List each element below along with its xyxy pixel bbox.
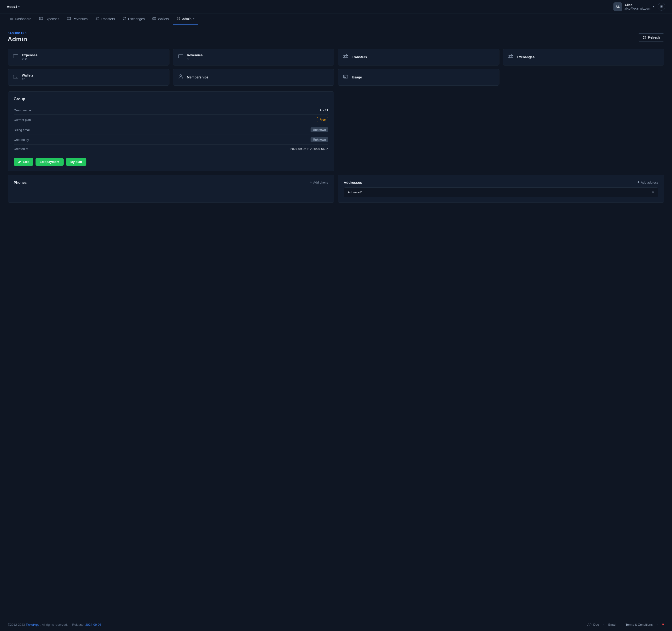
phones-addresses-grid: Phones + Add phone Addresses + Add addre… (8, 175, 664, 203)
svg-rect-15 (13, 75, 18, 78)
nav-item-dashboard[interactable]: ⊞ Dashboard (7, 14, 35, 25)
footer-brand[interactable]: TicketApp (26, 623, 39, 627)
footer-email[interactable]: Email (608, 623, 616, 627)
created-by-badge: Unknown (311, 137, 328, 142)
refresh-icon (643, 35, 646, 39)
refresh-label: Refresh (648, 35, 660, 39)
plus-phone-icon: + (310, 180, 312, 185)
nav-item-expenses[interactable]: Expenses (36, 14, 63, 25)
nav-item-exchanges[interactable]: Exchanges (119, 14, 148, 25)
nav-label-expenses: Expenses (45, 17, 59, 21)
svg-rect-9 (13, 55, 18, 58)
transfers-card-info: Transfers (352, 55, 367, 59)
expenses-card-icon (13, 53, 19, 61)
expenses-card-label: Expenses (22, 53, 38, 57)
address-item[interactable]: Address#1 ∨ (344, 187, 658, 197)
exchanges-nav-icon (123, 17, 126, 21)
exchanges-card-label: Exchanges (517, 55, 535, 59)
my-plan-button[interactable]: My plan (66, 158, 86, 166)
current-plan-badge: Free (317, 117, 328, 122)
nav-item-revenues[interactable]: Revenues (64, 14, 91, 25)
revenues-card-label: Revenues (187, 53, 203, 57)
expenses-nav-icon (39, 17, 43, 21)
nav-label-dashboard: Dashboard (15, 17, 31, 21)
nav-label-transfers: Transfers (101, 17, 115, 21)
main-content: DASHBOARD Admin Refresh Expenses 230 (0, 25, 672, 618)
footer-release-label: Release (72, 623, 83, 627)
exchanges-card-info: Exchanges (517, 55, 535, 59)
card-revenues[interactable]: Revenues 30 (173, 49, 335, 66)
page-header: DASHBOARD Admin Refresh (8, 32, 664, 43)
memberships-card-info: Memberships (187, 75, 209, 79)
breadcrumb: DASHBOARD (8, 32, 27, 34)
user-menu[interactable]: AL Alice alice@example.com ▾ (614, 2, 654, 11)
phones-header: Phones + Add phone (14, 180, 328, 185)
footer-api-doc[interactable]: API Doc (587, 623, 599, 627)
footer: ©2012-2023 TicketApp . All rights reserv… (0, 618, 672, 631)
wallets-card-label: Wallets (22, 73, 33, 77)
refresh-button[interactable]: Refresh (638, 33, 664, 42)
svg-rect-12 (178, 55, 183, 58)
add-address-button[interactable]: + Add address (638, 180, 658, 185)
svg-rect-2 (40, 19, 41, 19)
svg-rect-0 (39, 17, 43, 20)
revenues-card-info: Revenues 30 (187, 53, 203, 61)
group-row-created-by: Created by Unknown (14, 135, 328, 145)
footer-release-date[interactable]: 2024-09-06 (86, 623, 101, 627)
account-name-label: Acc#1 (7, 4, 17, 9)
group-panel: Group Group name Acc#1 Current plan Free… (8, 91, 334, 171)
revenues-card-count: 30 (187, 57, 203, 61)
svg-rect-5 (68, 19, 68, 19)
usage-card-icon (343, 74, 349, 81)
add-phone-label: Add phone (313, 181, 328, 184)
nav-item-wallets[interactable]: Wallets (149, 14, 172, 25)
user-name: Alice (624, 3, 650, 7)
nav-label-revenues: Revenues (72, 17, 88, 21)
add-phone-button[interactable]: + Add phone (310, 180, 328, 185)
topbar: Acc#1 ▾ AL Alice alice@example.com ▾ ☀ (0, 0, 672, 14)
usage-card-info: Usage (352, 75, 362, 79)
add-address-label: Add address (641, 181, 658, 184)
user-details: Alice alice@example.com (624, 3, 650, 10)
svg-point-17 (180, 75, 182, 76)
svg-rect-3 (67, 17, 71, 20)
group-name-value: Acc#1 (320, 108, 328, 112)
edit-button[interactable]: Edit (14, 158, 33, 166)
exchanges-card-icon (508, 53, 513, 61)
usage-card-label: Usage (352, 75, 362, 79)
footer-heart-icon: ♥ (662, 622, 665, 627)
svg-rect-18 (343, 75, 348, 78)
addresses-title: Addresses (344, 180, 362, 185)
page-title: Admin (8, 35, 27, 43)
avatar: AL (614, 2, 622, 11)
nav-item-transfers[interactable]: Transfers (92, 14, 118, 25)
group-name-label: Group name (14, 108, 31, 112)
transfers-card-label: Transfers (352, 55, 367, 59)
created-at-value: 2024-09-06T12:35:07.560Z (290, 147, 328, 151)
card-exchanges[interactable]: Exchanges (503, 49, 665, 66)
account-selector[interactable]: Acc#1 ▾ (7, 4, 20, 9)
footer-left: ©2012-2023 TicketApp . All rights reserv… (8, 623, 101, 627)
transfers-nav-icon (95, 17, 99, 21)
revenues-card-icon (178, 53, 184, 61)
nav-item-admin[interactable]: Admin ▾ (173, 14, 198, 25)
expenses-card-count: 230 (22, 57, 38, 61)
navbar: ⊞ Dashboard Expenses Revenues Transfers … (0, 14, 672, 25)
user-email: alice@example.com (624, 7, 650, 10)
address-chevron-icon: ∨ (652, 191, 654, 194)
card-wallets[interactable]: Wallets 20 (8, 69, 169, 86)
nav-label-admin: Admin (182, 17, 192, 21)
card-usage[interactable]: Usage (338, 69, 500, 86)
stat-cards-row2: Wallets 20 Memberships Usage (8, 69, 664, 86)
billing-email-badge: Unknown (311, 127, 328, 132)
card-expenses[interactable]: Expenses 230 (8, 49, 169, 66)
card-memberships[interactable]: Memberships (173, 69, 335, 86)
admin-chevron-icon: ▾ (193, 18, 194, 20)
edit-payment-button[interactable]: Edit payment (35, 158, 64, 166)
card-transfers[interactable]: Transfers (338, 49, 500, 66)
group-row-billing: Billing email Unknown (14, 125, 328, 135)
footer-terms[interactable]: Terms & Conditions (625, 623, 652, 627)
group-rows: Group name Acc#1 Current plan Free Billi… (14, 106, 328, 153)
theme-toggle[interactable]: ☀ (657, 3, 665, 10)
group-actions: Edit Edit payment My plan (14, 158, 328, 166)
